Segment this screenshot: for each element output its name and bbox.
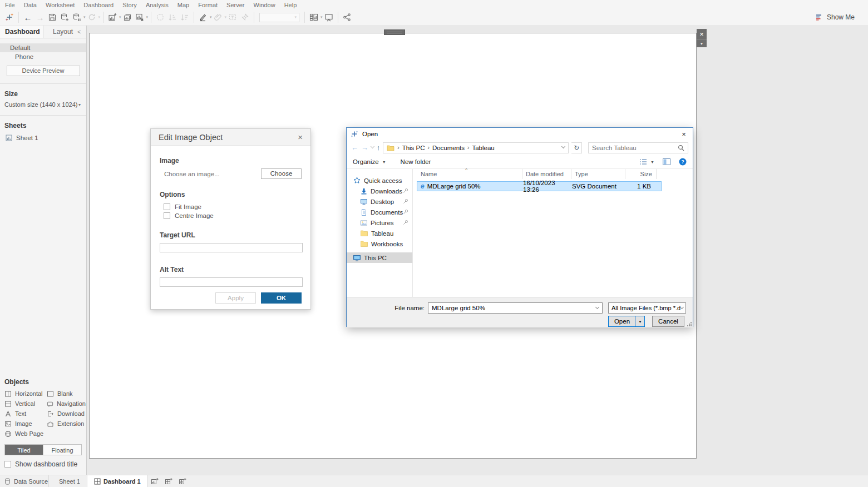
nav-downloads[interactable]: Downloads: [347, 186, 412, 196]
preview-pane-button[interactable]: [663, 158, 670, 165]
presentation-mode-button[interactable]: [323, 11, 335, 24]
column-header-type[interactable]: Type: [571, 169, 625, 179]
open-dialog-close-icon[interactable]: ×: [675, 130, 693, 138]
help-button[interactable]: ?: [679, 158, 687, 166]
choose-button[interactable]: Choose: [261, 168, 302, 179]
run-auto-updates-button[interactable]: [86, 11, 98, 24]
target-url-input[interactable]: [160, 243, 303, 252]
share-button[interactable]: [341, 11, 353, 24]
forward-icon[interactable]: →: [361, 144, 368, 151]
column-header-name[interactable]: Name ^: [413, 169, 522, 179]
undo-button[interactable]: ←: [22, 11, 34, 24]
clear-sheet-button[interactable]: [134, 11, 146, 24]
menu-format[interactable]: Format: [198, 2, 218, 8]
nav-quick-access[interactable]: Quick access: [347, 175, 412, 186]
column-header-size[interactable]: Size: [625, 169, 657, 179]
tab-layout[interactable]: Layout: [43, 26, 77, 38]
object-extension[interactable]: Extension: [47, 419, 86, 429]
menu-file[interactable]: File: [5, 2, 15, 8]
change-view-button[interactable]: ▼: [639, 158, 654, 165]
breadcrumb[interactable]: › This PC › Documents › Tableau: [383, 142, 569, 153]
object-image[interactable]: Image: [4, 419, 47, 429]
duplicate-button[interactable]: [121, 11, 134, 24]
device-item-phone[interactable]: Phone: [0, 52, 86, 61]
menu-worksheet[interactable]: Worksheet: [46, 2, 75, 8]
object-vertical[interactable]: Vertical: [4, 399, 47, 409]
menu-data[interactable]: Data: [24, 2, 37, 8]
crumb-this-pc[interactable]: This PC: [402, 145, 425, 151]
ok-button[interactable]: OK: [261, 292, 302, 304]
menu-dashboard[interactable]: Dashboard: [83, 2, 114, 8]
menu-map[interactable]: Map: [177, 2, 189, 8]
format-copy-button[interactable]: [212, 11, 224, 24]
open-button[interactable]: Open: [609, 316, 636, 326]
file-name-dropdown-icon[interactable]: [595, 305, 599, 309]
back-icon[interactable]: ←: [351, 144, 358, 151]
centre-image-checkbox[interactable]: [164, 212, 170, 219]
sort-ascending-button[interactable]: [166, 11, 179, 24]
sort-descending-button[interactable]: [179, 11, 191, 24]
show-hide-cards-button[interactable]: [308, 11, 320, 24]
clear-sheet-caret[interactable]: ▾: [146, 15, 149, 19]
remove-object-button[interactable]: ×: [697, 29, 707, 39]
cancel-button[interactable]: Cancel: [652, 316, 684, 327]
file-row-selected[interactable]: e MDLarge grid 50% 16/10/2023 13:26 SVG …: [417, 181, 662, 191]
fit-image-checkbox[interactable]: [164, 203, 170, 210]
object-text[interactable]: Text: [4, 409, 47, 419]
run-auto-updates-caret[interactable]: ▾: [98, 15, 101, 19]
dialog-close-icon[interactable]: ×: [298, 133, 303, 141]
show-dashboard-title-checkbox[interactable]: [4, 461, 11, 468]
address-dropdown-icon[interactable]: [561, 145, 565, 148]
nav-desktop[interactable]: Desktop: [347, 196, 412, 207]
menu-server[interactable]: Server: [226, 2, 244, 8]
save-button[interactable]: [46, 11, 58, 24]
object-more-options-button[interactable]: ▼: [697, 39, 707, 47]
nav-pictures[interactable]: Pictures: [347, 217, 412, 228]
search-input[interactable]: [592, 145, 678, 151]
resize-grip[interactable]: [687, 322, 692, 326]
menu-story[interactable]: Story: [122, 2, 137, 8]
text-object-button[interactable]: [226, 11, 239, 24]
column-header-date-modified[interactable]: Date modified: [522, 169, 571, 179]
sheet-list-item-sheet1[interactable]: Sheet 1: [0, 132, 86, 141]
object-navigation[interactable]: Navigation: [47, 399, 86, 409]
tab-dashboard[interactable]: Dashboard: [0, 26, 43, 38]
object-horizontal[interactable]: Horizontal: [4, 389, 47, 399]
crumb-documents[interactable]: Documents: [432, 145, 465, 151]
fix-axes-button[interactable]: [239, 11, 251, 24]
collapse-pane-icon[interactable]: <: [77, 26, 86, 38]
organize-button[interactable]: Organize ▼: [353, 158, 386, 165]
pause-auto-updates-button[interactable]: [71, 11, 83, 24]
group-members-button[interactable]: [154, 11, 166, 24]
up-icon[interactable]: ↑: [377, 144, 381, 151]
file-type-combo[interactable]: All Image Files (*.bmp *.dib *.er: [608, 302, 686, 314]
floating-button[interactable]: Floating: [43, 445, 81, 455]
object-drag-handle[interactable]: [384, 29, 405, 35]
nav-tableau-folder[interactable]: Tableau: [347, 228, 412, 238]
object-web-page[interactable]: Web Page: [4, 429, 47, 439]
nav-this-pc[interactable]: This PC: [347, 252, 412, 263]
tiled-button[interactable]: Tiled: [5, 445, 43, 455]
nav-workbooks-folder[interactable]: Workbooks: [347, 238, 412, 249]
new-dashboard-tab-button[interactable]: [162, 475, 176, 487]
menu-help[interactable]: Help: [284, 2, 297, 8]
apply-button[interactable]: Apply: [215, 292, 256, 304]
new-worksheet-tab-button[interactable]: [148, 475, 162, 487]
size-dropdown[interactable]: Custom size (1440 x 1024) ▾: [0, 101, 86, 108]
new-folder-button[interactable]: New folder: [401, 158, 431, 165]
new-data-source-button[interactable]: [58, 11, 71, 24]
data-source-tab[interactable]: Data Source: [0, 475, 49, 487]
alt-text-input[interactable]: [160, 277, 303, 287]
sheet1-tab[interactable]: Sheet 1: [52, 475, 87, 487]
recent-locations-icon[interactable]: [371, 145, 374, 148]
device-item-default[interactable]: Default: [0, 43, 86, 52]
file-name-input[interactable]: [432, 305, 596, 311]
highlight-button[interactable]: [197, 11, 209, 24]
fit-selector[interactable]: ▾: [259, 13, 299, 22]
menu-window[interactable]: Window: [254, 2, 275, 8]
new-story-tab-button[interactable]: [176, 475, 190, 487]
menu-analysis[interactable]: Analysis: [146, 2, 169, 8]
redo-button[interactable]: →: [34, 11, 46, 24]
device-preview-button[interactable]: Device Preview: [7, 66, 80, 76]
nav-documents[interactable]: Documents: [347, 207, 412, 217]
